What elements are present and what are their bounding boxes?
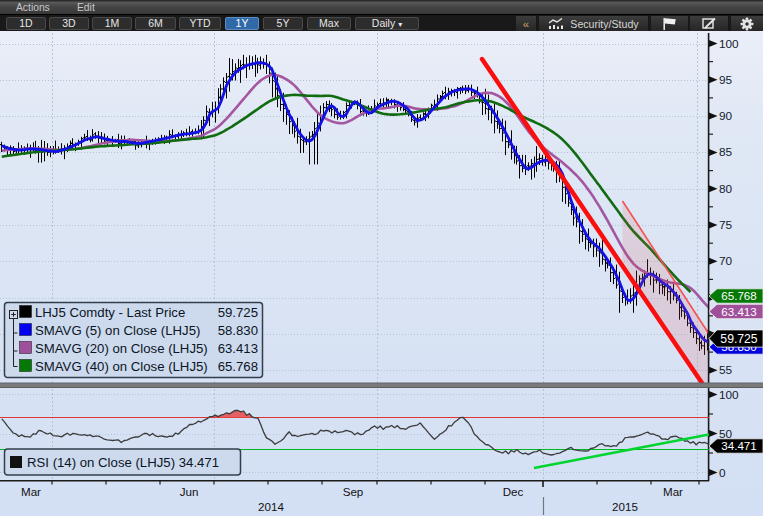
svg-text:75: 75 <box>719 218 733 232</box>
svg-text:80: 80 <box>719 182 733 196</box>
svg-text:85: 85 <box>719 145 733 159</box>
svg-text:90: 90 <box>719 109 733 123</box>
svg-text:63.413: 63.413 <box>721 305 756 318</box>
svg-text:34.471: 34.471 <box>721 439 756 452</box>
svg-text:63.413: 63.413 <box>218 341 258 356</box>
svg-text:LHJ5 Comdty - Last Price: LHJ5 Comdty - Last Price <box>35 305 185 320</box>
svg-text:2014: 2014 <box>258 500 284 513</box>
svg-text:SMAVG (5) on Close (LHJ5): SMAVG (5) on Close (LHJ5) <box>35 323 200 338</box>
svg-text:Sep: Sep <box>343 485 364 498</box>
svg-text:59.725: 59.725 <box>720 332 757 346</box>
svg-text:65.768: 65.768 <box>721 289 756 302</box>
svg-text:55: 55 <box>719 363 733 377</box>
svg-text:2015: 2015 <box>612 500 638 513</box>
svg-text:SMAVG (20) on Close (LHJ5): SMAVG (20) on Close (LHJ5) <box>35 341 208 356</box>
svg-text:100: 100 <box>719 37 739 51</box>
svg-text:70: 70 <box>719 254 733 268</box>
svg-text:RSI (14) on Close (LHJ5) 34.47: RSI (14) on Close (LHJ5) 34.471 <box>27 455 219 470</box>
svg-text:SMAVG (40) on Close (LHJ5): SMAVG (40) on Close (LHJ5) <box>35 359 208 374</box>
svg-text:Mar: Mar <box>21 485 41 498</box>
svg-text:Mar: Mar <box>663 485 683 498</box>
svg-text:58.830: 58.830 <box>218 323 258 338</box>
svg-text:65.768: 65.768 <box>218 359 258 374</box>
svg-text:59.725: 59.725 <box>218 305 258 320</box>
svg-text:Dec: Dec <box>503 485 524 498</box>
svg-text:Jun: Jun <box>180 485 199 498</box>
svg-text:0: 0 <box>719 466 726 480</box>
svg-text:100: 100 <box>719 388 739 402</box>
svg-text:95: 95 <box>719 73 733 87</box>
